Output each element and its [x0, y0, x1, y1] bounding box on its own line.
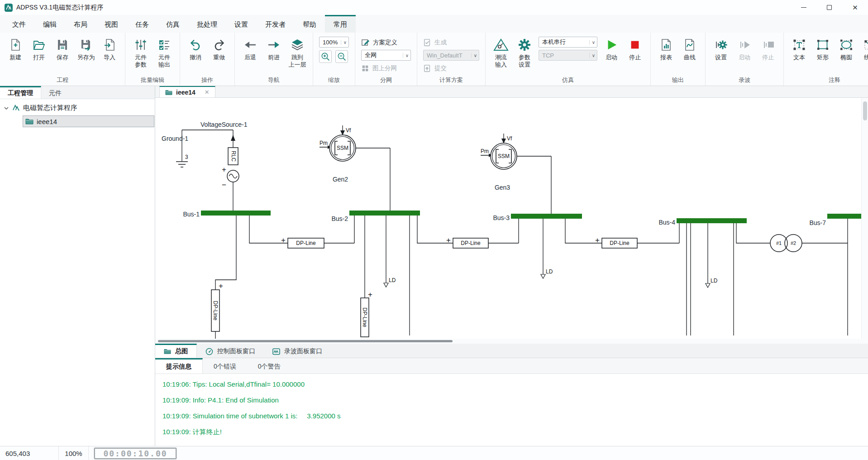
- start-simulation-button[interactable]: 启动: [600, 36, 623, 62]
- vertical-scrollbar-thumb[interactable]: [863, 101, 867, 120]
- menu-common[interactable]: 常用: [325, 15, 356, 33]
- recorder-play-icon: [738, 37, 751, 53]
- tab-components[interactable]: 元件: [41, 86, 69, 99]
- menu-task[interactable]: 任务: [127, 15, 157, 33]
- app-logo-icon: [5, 4, 13, 12]
- sliders-icon: [134, 37, 148, 53]
- menu-settings[interactable]: 设置: [226, 15, 257, 33]
- message-log[interactable]: 10:19:06: Tips: Local Serial,dTfinal= 10…: [155, 374, 868, 446]
- menu-help[interactable]: 帮助: [294, 15, 325, 33]
- tree-item-ieee14[interactable]: ieee14: [23, 115, 154, 127]
- status-bar: 605,403 100% 00:00:10.00: [0, 446, 868, 460]
- tab-close-icon[interactable]: ✕: [205, 89, 210, 96]
- schematic-canvas[interactable]: VoltageSource-1 Ground-1: [155, 98, 868, 339]
- line-annotation-button[interactable]: 线段: [858, 36, 868, 62]
- minimize-button[interactable]: [791, 0, 816, 15]
- bus-7-label[interactable]: Bus-7: [809, 219, 826, 226]
- tab-overview[interactable]: 总图: [155, 344, 197, 358]
- bus-bars[interactable]: [201, 211, 861, 223]
- bus-1-label[interactable]: Bus-1: [183, 211, 200, 218]
- menu-edit[interactable]: 编辑: [34, 15, 65, 33]
- rect-annotation-button[interactable]: 矩形: [811, 36, 834, 62]
- gen2-label[interactable]: Gen2: [333, 176, 348, 183]
- tab-control-panel[interactable]: 控制面板窗口: [197, 344, 264, 358]
- recorder-gear-icon: [714, 37, 728, 53]
- chevron-down-icon[interactable]: [4, 105, 9, 111]
- tab-info-messages[interactable]: 提示信息: [155, 358, 203, 374]
- load-bus2-label: LD: [389, 277, 396, 283]
- report-button[interactable]: 报表: [655, 36, 677, 62]
- forward-button[interactable]: 前进: [262, 36, 285, 62]
- generate-button[interactable]: 生成: [423, 37, 479, 48]
- group-label-project: 工程: [0, 76, 125, 84]
- powerflow-input-button[interactable]: 潮流输入: [490, 36, 512, 69]
- new-button[interactable]: 新建: [4, 36, 27, 62]
- import-button[interactable]: 导入: [98, 36, 121, 62]
- param-settings-button[interactable]: 参数设置: [513, 36, 536, 69]
- dp-line-v1-plus: +: [219, 282, 223, 290]
- menu-simulation[interactable]: 仿真: [157, 15, 188, 33]
- zoom-out-icon: [337, 52, 347, 62]
- curve-button[interactable]: 曲线: [678, 36, 701, 62]
- dp-line-1-plus: +: [281, 236, 286, 244]
- scheme-definition-button[interactable]: 方案定义: [361, 37, 411, 48]
- zoom-out-button[interactable]: [335, 50, 348, 63]
- undo-button[interactable]: 撤消: [184, 36, 207, 62]
- template-select[interactable]: Win_DefaultT∨: [423, 50, 479, 61]
- component-output-button[interactable]: 元件输出: [153, 36, 176, 69]
- document-tab-ieee14[interactable]: ieee14 ✕: [159, 86, 215, 97]
- bus-4-label[interactable]: Bus-4: [658, 219, 675, 226]
- menu-file[interactable]: 文件: [4, 15, 34, 33]
- component-params-button[interactable]: 元件参数: [129, 36, 152, 69]
- folder-icon: [25, 118, 33, 125]
- vertical-scrollbar[interactable]: [861, 98, 868, 339]
- menu-developer[interactable]: 开发者: [257, 15, 294, 33]
- horizontal-scrollbar-thumb[interactable]: [158, 340, 453, 342]
- voltage-source-label[interactable]: VoltageSource-1: [200, 121, 248, 128]
- menu-layout[interactable]: 布局: [65, 15, 96, 33]
- recording-start-button[interactable]: 启动: [733, 36, 756, 62]
- group-label-zoom: 缩放: [313, 76, 355, 84]
- stop-simulation-button[interactable]: 停止: [624, 36, 646, 62]
- gen3-pm-label: Pm: [481, 148, 489, 154]
- circuit-symbols[interactable]: [211, 135, 802, 337]
- scheme-definition-icon: [361, 38, 370, 47]
- zoom-in-button[interactable]: [319, 50, 332, 63]
- map-partition-button[interactable]: 图上分网: [361, 62, 411, 74]
- tab-errors[interactable]: 0个错误: [203, 358, 247, 374]
- tab-project-management[interactable]: 工程管理: [0, 86, 41, 99]
- protocol-select[interactable]: TCP∨: [539, 50, 597, 61]
- bus-2-label[interactable]: Bus-2: [331, 215, 348, 222]
- recording-settings-button[interactable]: 设置: [710, 36, 732, 62]
- tab-warnings[interactable]: 0个警告: [247, 358, 291, 374]
- text-annotation-button[interactable]: 文本: [788, 36, 811, 62]
- save-button[interactable]: 保存: [51, 36, 74, 62]
- network-scope-select[interactable]: 全网∨: [361, 50, 411, 61]
- back-button[interactable]: 后退: [239, 36, 262, 62]
- dp-line-label-v2: DP-Line: [362, 307, 368, 327]
- horizontal-scrollbar[interactable]: [155, 339, 868, 344]
- ellipse-annotation-button[interactable]: 椭圆: [835, 36, 858, 62]
- redo-button[interactable]: 重做: [208, 36, 230, 62]
- play-icon: [605, 37, 618, 53]
- jump-up-level-button[interactable]: 跳到上一层: [286, 36, 309, 69]
- dp-line-label-3: DP-Line: [610, 240, 630, 246]
- ground-label[interactable]: Ground-1: [162, 135, 188, 142]
- zoom-level-select[interactable]: 100%∨: [319, 37, 349, 48]
- menu-batch[interactable]: 批处理: [188, 15, 226, 33]
- run-mode-select[interactable]: 本机串行∨: [539, 37, 597, 48]
- close-button[interactable]: ✕: [842, 0, 868, 15]
- tree-root-item[interactable]: 电磁暂态计算程序: [0, 99, 155, 114]
- gen3-label[interactable]: Gen3: [495, 184, 510, 191]
- save-as-button[interactable]: 另存为: [75, 36, 97, 62]
- menu-view[interactable]: 视图: [96, 15, 127, 33]
- generate-icon: [423, 38, 431, 47]
- open-button[interactable]: 打开: [28, 36, 50, 62]
- tab-recording-panel[interactable]: 录波面板窗口: [264, 344, 331, 358]
- bus-3-label[interactable]: Bus-3: [493, 214, 510, 221]
- recording-stop-button[interactable]: 停止: [757, 36, 779, 62]
- submit-button[interactable]: 提交: [423, 62, 479, 74]
- maximize-button[interactable]: [816, 0, 842, 15]
- message-tab-bar: 提示信息 0个错误 0个警告: [155, 358, 868, 374]
- tree-item-label: ieee14: [37, 118, 57, 125]
